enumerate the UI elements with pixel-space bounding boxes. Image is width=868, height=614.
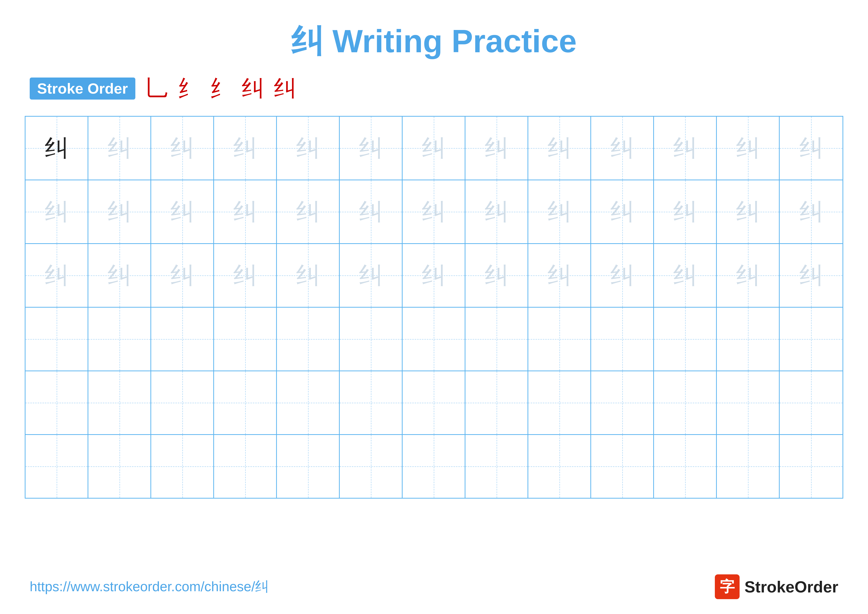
grid-cell-3-6[interactable]: 纠 (340, 244, 403, 307)
stroke-step-4: 纠 (242, 73, 264, 104)
grid-cell-4-13[interactable]: 纠 (780, 308, 843, 370)
page-title-area: 纠 Writing Practice (0, 0, 868, 64)
grid-cell-5-3[interactable]: 纠 (151, 371, 214, 434)
grid-cell-2-9[interactable]: 纠 (528, 180, 591, 243)
grid-cell-2-10[interactable]: 纠 (591, 180, 654, 243)
grid-cell-5-2[interactable]: 纠 (88, 371, 151, 434)
grid-cell-6-12[interactable]: 纠 (717, 435, 780, 498)
grid-cell-3-7[interactable]: 纠 (403, 244, 465, 307)
grid-cell-4-12[interactable]: 纠 (717, 308, 780, 370)
grid-cell-1-13[interactable]: 纠 (780, 117, 843, 180)
stroke-order-row: Stroke Order 乚 纟 纟 纠 纠 (0, 73, 868, 104)
grid-cell-1-12[interactable]: 纠 (717, 117, 780, 180)
grid-cell-4-10[interactable]: 纠 (591, 308, 654, 370)
grid-cell-4-2[interactable]: 纠 (88, 308, 151, 370)
grid-cell-5-11[interactable]: 纠 (654, 371, 717, 434)
grid-cell-2-12[interactable]: 纠 (717, 180, 780, 243)
grid-cell-6-11[interactable]: 纠 (654, 435, 717, 498)
grid-cell-4-3[interactable]: 纠 (151, 308, 214, 370)
grid-cell-2-2[interactable]: 纠 (88, 180, 151, 243)
char-light: 纠 (736, 137, 760, 160)
grid-cell-5-1[interactable]: 纠 (25, 371, 88, 434)
grid-cell-2-7[interactable]: 纠 (403, 180, 465, 243)
grid-cell-5-5[interactable]: 纠 (277, 371, 340, 434)
grid-cell-6-4[interactable]: 纠 (214, 435, 277, 498)
grid-cell-5-8[interactable]: 纠 (465, 371, 528, 434)
grid-cell-1-11[interactable]: 纠 (654, 117, 717, 180)
grid-row-3: 纠 纠 纠 纠 纠 纠 纠 纠 纠 纠 纠 纠 纠 (25, 244, 843, 308)
grid-cell-6-9[interactable]: 纠 (528, 435, 591, 498)
grid-cell-1-9[interactable]: 纠 (528, 117, 591, 180)
char-light: 纠 (485, 137, 508, 160)
grid-cell-4-4[interactable]: 纠 (214, 308, 277, 370)
char-dark: 纠 (45, 137, 68, 160)
grid-cell-2-5[interactable]: 纠 (277, 180, 340, 243)
grid-cell-3-1[interactable]: 纠 (25, 244, 88, 307)
grid-cell-3-9[interactable]: 纠 (528, 244, 591, 307)
grid-cell-6-1[interactable]: 纠 (25, 435, 88, 498)
grid-cell-3-2[interactable]: 纠 (88, 244, 151, 307)
grid-cell-1-8[interactable]: 纠 (465, 117, 528, 180)
grid-cell-6-2[interactable]: 纠 (88, 435, 151, 498)
grid-cell-4-9[interactable]: 纠 (528, 308, 591, 370)
stroke-step-3: 纟 (209, 73, 232, 104)
grid-cell-4-8[interactable]: 纠 (465, 308, 528, 370)
grid-cell-1-7[interactable]: 纠 (403, 117, 465, 180)
grid-cell-1-2[interactable]: 纠 (88, 117, 151, 180)
char-light: 纠 (673, 137, 697, 160)
page-title: 纠 Writing Practice (291, 23, 577, 59)
grid-cell-2-4[interactable]: 纠 (214, 180, 277, 243)
grid-cell-2-6[interactable]: 纠 (340, 180, 403, 243)
char-light: 纠 (359, 137, 383, 160)
grid-cell-3-8[interactable]: 纠 (465, 244, 528, 307)
grid-cell-3-12[interactable]: 纠 (717, 244, 780, 307)
grid-cell-3-10[interactable]: 纠 (591, 244, 654, 307)
grid-cell-5-4[interactable]: 纠 (214, 371, 277, 434)
grid-cell-3-5[interactable]: 纠 (277, 244, 340, 307)
grid-cell-5-7[interactable]: 纠 (403, 371, 465, 434)
grid-cell-3-3[interactable]: 纠 (151, 244, 214, 307)
grid-cell-6-10[interactable]: 纠 (591, 435, 654, 498)
footer-url[interactable]: https://www.strokeorder.com/chinese/纠 (30, 578, 269, 596)
grid-cell-2-3[interactable]: 纠 (151, 180, 214, 243)
grid-cell-6-5[interactable]: 纠 (277, 435, 340, 498)
grid-cell-1-4[interactable]: 纠 (214, 117, 277, 180)
grid-row-2: 纠 纠 纠 纠 纠 纠 纠 纠 纠 纠 纠 纠 纠 (25, 180, 843, 244)
char-light: 纠 (108, 137, 131, 160)
grid-cell-4-1[interactable]: 纠 (25, 308, 88, 370)
logo-text: StrokeOrder (744, 578, 838, 596)
grid-cell-2-8[interactable]: 纠 (465, 180, 528, 243)
grid-cell-4-7[interactable]: 纠 (403, 308, 465, 370)
grid-cell-6-13[interactable]: 纠 (780, 435, 843, 498)
grid-cell-5-12[interactable]: 纠 (717, 371, 780, 434)
grid-cell-2-11[interactable]: 纠 (654, 180, 717, 243)
grid-cell-1-6[interactable]: 纠 (340, 117, 403, 180)
grid-cell-1-10[interactable]: 纠 (591, 117, 654, 180)
grid-cell-2-1[interactable]: 纠 (25, 180, 88, 243)
stroke-order-badge: Stroke Order (30, 78, 135, 99)
grid-cell-6-7[interactable]: 纠 (403, 435, 465, 498)
grid-cell-3-11[interactable]: 纠 (654, 244, 717, 307)
stroke-step-2: 纟 (177, 73, 200, 104)
footer: https://www.strokeorder.com/chinese/纠 字 … (0, 574, 868, 599)
grid-cell-6-8[interactable]: 纠 (465, 435, 528, 498)
grid-cell-4-5[interactable]: 纠 (277, 308, 340, 370)
grid-cell-5-13[interactable]: 纠 (780, 371, 843, 434)
grid-row-1: 纠 纠 纠 纠 纠 纠 纠 纠 纠 纠 纠 纠 纠 (25, 117, 843, 180)
grid-cell-5-6[interactable]: 纠 (340, 371, 403, 434)
grid-cell-6-6[interactable]: 纠 (340, 435, 403, 498)
grid-cell-1-5[interactable]: 纠 (277, 117, 340, 180)
grid-cell-1-3[interactable]: 纠 (151, 117, 214, 180)
grid-cell-3-13[interactable]: 纠 (780, 244, 843, 307)
grid-cell-6-3[interactable]: 纠 (151, 435, 214, 498)
grid-cell-4-11[interactable]: 纠 (654, 308, 717, 370)
grid-cell-2-13[interactable]: 纠 (780, 180, 843, 243)
grid-cell-5-9[interactable]: 纠 (528, 371, 591, 434)
grid-cell-3-4[interactable]: 纠 (214, 244, 277, 307)
char-light: 纠 (296, 137, 320, 160)
char-light: 纠 (170, 137, 194, 160)
grid-cell-5-10[interactable]: 纠 (591, 371, 654, 434)
grid-cell-4-6[interactable]: 纠 (340, 308, 403, 370)
grid-cell-1-1[interactable]: 纠 (25, 117, 88, 180)
char-light: 纠 (800, 137, 823, 160)
